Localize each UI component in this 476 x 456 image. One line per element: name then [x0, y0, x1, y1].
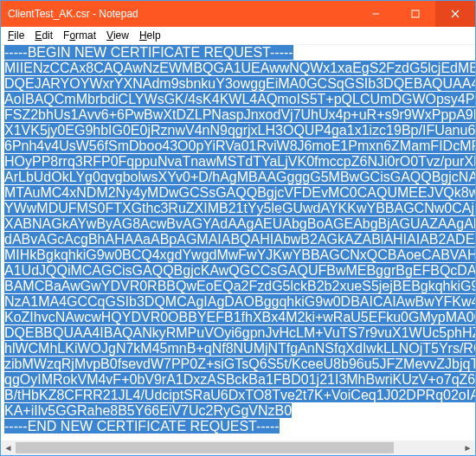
text-line: MTAuMC4xNDM2Ny4yMDwGCSsGAQQBgjcVFDEvMC0C…: [4, 185, 472, 201]
scroll-right-arrow[interactable]: ►: [460, 440, 475, 455]
text-line: MIIENzCCAx8CAQAwNzEWMBQGA1UEAwwNQWx1xaEg…: [4, 61, 472, 76]
text-line: FSZ2bhUs1Avv6+6PwBwXtDZLPNaspJnxodVj7UhU…: [4, 107, 472, 123]
text-line: HOyPP8rrq3RFP0FqppuNvaTnawMSTdTYaLjVK0fm…: [4, 154, 472, 170]
text-line: XABNAGkAYwByAG8AcwBvAGYAdAAgAEUAbgBoAGEA…: [4, 216, 472, 232]
menu-view[interactable]: View: [101, 29, 134, 42]
horizontal-scrollbar[interactable]: ◄ ►: [1, 440, 475, 455]
text-line: -----END NEW CERTIFICATE REQUEST-----: [4, 419, 472, 434]
text-line: DQEBBQUAA4IBAQANkyRMPuVOyi6gpnJvHcLM+VuT…: [4, 325, 472, 341]
text-line: B/tHbKZ8CFRR21JL4/UdciptSRaU6DxTO8Tve2t7…: [4, 388, 472, 403]
text-line: A1UdJQQiMCAGCisGAQQBgjcKAwQGCCsGAQUFBwME…: [4, 263, 472, 279]
text-line: X1VK5jy0EG9hbIG0E0jRznwV4nN9qgrjxLH3OQUP…: [4, 123, 472, 138]
text-line: DQEJARYOYWxrYXNAdm9sbnkuY3owggEiMA0GCSqG…: [4, 76, 472, 92]
text-line: YWwMDUFMS0FTXGthc3RuZXIMB21tYy5leGUwdAYK…: [4, 201, 472, 216]
text-line: qgOyIMRokVM4vF+0bV9rA1DxzASBckBa1FBD01j2…: [4, 372, 472, 388]
text-line: dABvAGcAcgBhAHAAaABpAGMAIABQAHIAbwB2AGkA…: [4, 232, 472, 247]
close-button[interactable]: [435, 1, 475, 27]
menubar: File Edit Format View Help: [1, 27, 475, 45]
text-line: KoZIhvcNAwcwHQYDVR0OBBYEFB1fhXBx4M2ki+wR…: [4, 310, 472, 325]
menu-file[interactable]: File: [3, 29, 29, 42]
scroll-thumb[interactable]: [16, 442, 394, 453]
text-line: ArLbUdOkLYg0qvgbolwsXYv0+D/hAgMBAAGgggG5…: [4, 170, 472, 185]
text-line: MIHkBgkqhkiG9w0BCQ4xgdYwgdMwFwYJKwYBBAGC…: [4, 247, 472, 263]
text-line: hlWCMhLKiWOJgN7kM45mnB+qNf8NUMjNTfgAnNSf…: [4, 341, 472, 356]
text-line: NzA1MA4GCCqGSIb3DQMCAgIAgDAOBggqhkiG9w0D…: [4, 294, 472, 310]
text-line: zibMWzqRjMvpB0fsevdW7PP0Z+siGTsQ6S5t/Kce…: [4, 356, 472, 372]
text-line: 6Pnh4v4UsW56fSmDboo43O0pYiRVa01RviW8J6mo…: [4, 138, 472, 154]
notepad-window: ClientTest_AK.csr - Notepad File Edit Fo…: [0, 0, 476, 456]
scroll-track[interactable]: [16, 440, 460, 455]
window-title: ClientTest_AK.csr - Notepad: [1, 8, 138, 20]
text-line: KA+iIlv5GGRahe8B5Y66EiV7Uc2RyGgVNzB0: [4, 403, 472, 419]
menu-edit[interactable]: Edit: [29, 29, 58, 42]
text-line: -----BEGIN NEW CERTIFICATE REQUEST-----: [4, 45, 472, 61]
svg-rect-1: [412, 10, 419, 17]
maximize-button[interactable]: [396, 1, 435, 27]
minimize-button[interactable]: [356, 1, 396, 27]
text-content[interactable]: -----BEGIN NEW CERTIFICATE REQUEST-----M…: [1, 45, 475, 440]
text-line: BAMCBaAwGwYDVR0RBBQwEoEQa2FzdG5lckB2b2xu…: [4, 279, 472, 294]
titlebar[interactable]: ClientTest_AK.csr - Notepad: [1, 1, 475, 27]
menu-help[interactable]: Help: [134, 29, 166, 42]
menu-format[interactable]: Format: [58, 29, 101, 42]
scroll-left-arrow[interactable]: ◄: [1, 440, 16, 455]
editor-area: -----BEGIN NEW CERTIFICATE REQUEST-----M…: [1, 45, 475, 455]
text-line: AoIBAQCmMbrbdiCLYWsGK/4sK4KWL4AQmoIS5T+p…: [4, 92, 472, 107]
